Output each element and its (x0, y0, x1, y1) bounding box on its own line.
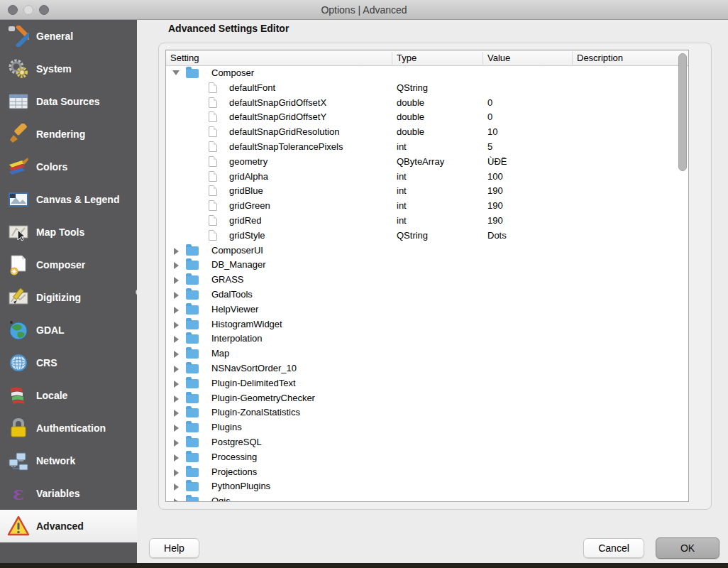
expand-arrow-icon[interactable] (174, 351, 179, 358)
setting-name: geometry (229, 156, 268, 167)
sidebar-item-rendering[interactable]: Rendering (0, 118, 137, 151)
tree-row-setting[interactable]: geometryQByteArrayÙÐË (166, 155, 688, 170)
column-header-description[interactable]: Description (577, 53, 623, 63)
tree-row-setting[interactable]: defaultSnapGridResolutiondouble10 (166, 125, 688, 140)
tree-row-group[interactable]: Qgis (166, 494, 688, 501)
document-icon (209, 156, 217, 167)
tree-row-group[interactable]: PostgreSQL (166, 435, 688, 450)
sidebar-item-label: Map Tools (36, 226, 84, 238)
sidebar-item-digitizing[interactable]: Digitizing (0, 281, 137, 314)
tree-row-setting[interactable]: gridGreenint190 (166, 199, 688, 214)
expand-arrow-icon[interactable] (174, 498, 179, 501)
document-icon (209, 141, 217, 152)
tree-row-group[interactable]: DB_Manager (166, 258, 688, 273)
tree-row-group[interactable]: Map (166, 346, 688, 361)
expand-arrow-icon[interactable] (174, 277, 179, 284)
setting-name: Plugin-GeometryChecker (211, 393, 315, 403)
tree-row-setting[interactable]: gridRedint190 (166, 214, 688, 229)
expand-arrow-icon[interactable] (174, 484, 179, 491)
sidebar-item-label: System (36, 63, 72, 75)
expand-arrow-icon[interactable] (174, 395, 179, 403)
tree-row-setting[interactable]: gridStyleQStringDots (166, 229, 688, 244)
expand-arrow-icon[interactable] (174, 307, 179, 314)
tree-row-group[interactable]: ComposerUI (166, 244, 688, 258)
expand-arrow-icon[interactable] (174, 322, 179, 329)
sidebar-item-label: Locale (36, 390, 67, 401)
expand-arrow-icon[interactable] (174, 336, 179, 343)
column-header-type[interactable]: Type (397, 53, 417, 63)
sidebar-item-crs[interactable]: CRS (0, 346, 137, 379)
setting-value: ÙÐË (487, 156, 507, 167)
sidebar-item-composer[interactable]: ✳ Composer (0, 248, 137, 281)
tree-row-group[interactable]: Plugin-DelimitedText (166, 376, 688, 391)
sidebar-item-locale[interactable]: Locale (0, 379, 137, 412)
tree-row-setting[interactable]: gridAlphaint100 (166, 170, 688, 185)
tree-row-group[interactable]: GRASS (166, 273, 688, 288)
epsilon-icon: ε (6, 482, 31, 505)
tree-row-group[interactable]: Interpolation (166, 332, 688, 346)
tree-row-setting[interactable]: defaultSnapGridOffsetYdouble0 (166, 110, 688, 125)
tree-row-group[interactable]: Plugins (166, 420, 688, 435)
document-icon (209, 171, 217, 182)
svg-text:✳: ✳ (11, 268, 18, 275)
sidebar-item-advanced[interactable]: Advanced (0, 510, 137, 542)
setting-name: defaultSnapTolerancePixels (229, 141, 343, 152)
sidebar-item-general[interactable]: General (0, 20, 137, 53)
expand-arrow-icon[interactable] (174, 425, 179, 432)
computers-icon (6, 449, 31, 472)
collapse-arrow-icon[interactable] (172, 70, 180, 75)
sidebar-item-system[interactable]: System (0, 53, 137, 85)
help-button[interactable]: Help (149, 538, 199, 558)
setting-name: Interpolation (211, 333, 263, 344)
expand-arrow-icon[interactable] (174, 410, 179, 417)
folder-icon (186, 305, 199, 315)
column-header-setting[interactable]: Setting (170, 53, 199, 63)
tools-icon (6, 25, 31, 48)
expand-arrow-icon[interactable] (174, 469, 179, 476)
tree-row-group[interactable]: Processing (166, 450, 688, 465)
setting-name: gridBlue (229, 185, 263, 196)
sidebar-item-label: Advanced (36, 520, 84, 532)
expand-arrow-icon[interactable] (174, 366, 179, 373)
vertical-scrollbar-thumb[interactable] (678, 53, 687, 171)
sidebar-item-colors[interactable]: Colors (0, 151, 137, 183)
tree-row-group[interactable]: NSNavSortOrder_10 (166, 361, 688, 376)
expand-arrow-icon[interactable] (174, 381, 179, 388)
tree-row-group[interactable]: Plugin-GeometryChecker (166, 391, 688, 406)
setting-name: NSNavSortOrder_10 (211, 363, 297, 373)
expand-arrow-icon[interactable] (174, 439, 179, 447)
tree-row-group[interactable]: Composer (166, 66, 688, 81)
ok-button[interactable]: OK (656, 537, 719, 559)
tree-row-group[interactable]: PythonPlugins (166, 479, 688, 494)
setting-type: int (397, 171, 407, 182)
expand-arrow-icon[interactable] (174, 262, 179, 269)
expand-arrow-icon[interactable] (174, 454, 179, 462)
wireframe-globe-icon (6, 351, 31, 374)
tree-row-setting[interactable]: defaultSnapTolerancePixelsint5 (166, 140, 688, 155)
expand-arrow-icon[interactable] (174, 248, 179, 255)
sidebar-item-data-sources[interactable]: Data Sources (0, 85, 137, 118)
sidebar-item-canvas-legend[interactable]: Canvas & Legend (0, 183, 137, 216)
tree-row-group[interactable]: HelpViewer (166, 302, 688, 317)
cancel-button[interactable]: Cancel (583, 538, 644, 558)
window-title: Options | Advanced (0, 4, 728, 16)
tree-row-group[interactable]: GdalTools (166, 288, 688, 302)
expand-arrow-icon[interactable] (174, 292, 179, 299)
column-header-value[interactable]: Value (487, 53, 510, 63)
tree-row-setting[interactable]: defaultFontQString (166, 81, 688, 96)
tree-row-group[interactable]: Plugin-ZonalStatistics (166, 405, 688, 420)
sidebar-item-gdal[interactable]: GDAL (0, 314, 137, 346)
tree-row-setting[interactable]: gridBlueint190 (166, 184, 688, 199)
sidebar-item-authentication[interactable]: Authentication (0, 412, 137, 444)
tree-row-setting[interactable]: defaultSnapGridOffsetXdouble0 (166, 96, 688, 111)
folder-icon (186, 408, 199, 417)
tree-row-group[interactable]: Projections (166, 465, 688, 480)
document-icon (209, 230, 217, 241)
canvas-image-icon (6, 188, 31, 211)
sidebar-item-network[interactable]: Network (0, 444, 137, 477)
sidebar-item-variables[interactable]: ε Variables (0, 477, 137, 510)
table-icon (6, 90, 31, 113)
tree-row-group[interactable]: HistogramWidget (166, 317, 688, 332)
sidebar-item-label: Digitizing (36, 292, 81, 303)
sidebar-item-map-tools[interactable]: Map Tools (0, 216, 137, 248)
